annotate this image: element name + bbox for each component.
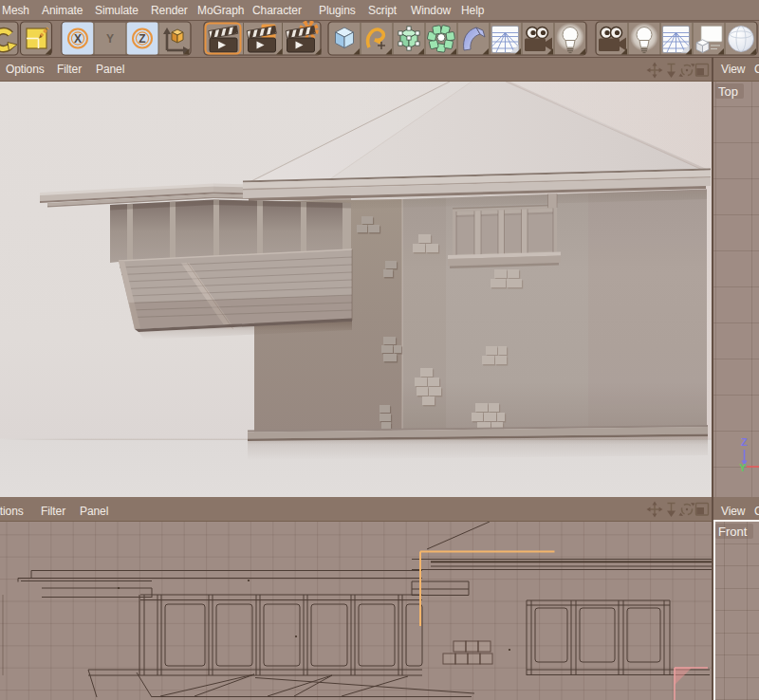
- svg-text:Z: Z: [139, 32, 145, 46]
- svg-text:Front: Front: [718, 525, 748, 539]
- svg-text:Top: Top: [718, 84, 738, 99]
- svg-text:Y: Y: [739, 462, 747, 473]
- svg-text:X: X: [74, 32, 82, 46]
- svg-text:Y: Y: [106, 32, 114, 46]
- svg-text:Z: Z: [741, 436, 748, 448]
